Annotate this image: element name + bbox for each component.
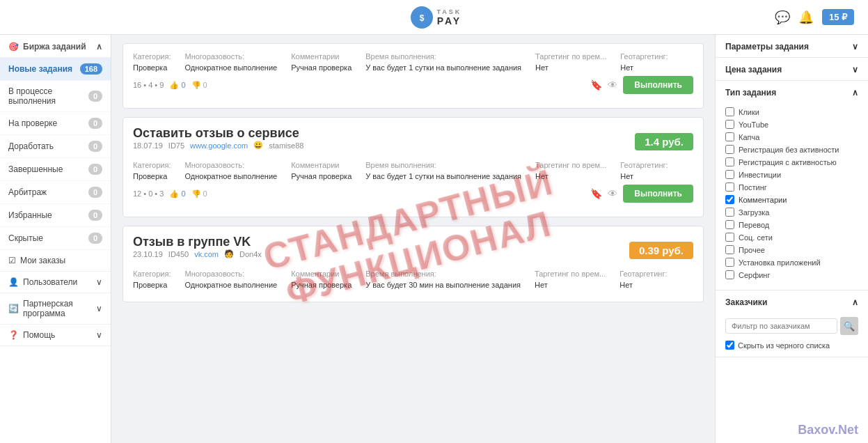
- task-stat-1: 16 • 4 • 9: [133, 81, 164, 89]
- sidebar-item-on-review[interactable]: На проверке 0: [0, 112, 111, 135]
- checkbox-other-input[interactable]: [725, 245, 734, 254]
- sidebar-item-label: Новые задания: [8, 64, 72, 74]
- filter-input-row: 🔍: [725, 317, 858, 335]
- checkbox-invest-label: Инвестиции: [739, 171, 781, 179]
- task-meta-comments-1: Комментарии Ручная проверка: [291, 52, 352, 72]
- logo-task: TASK: [437, 8, 462, 15]
- checkbox-comments-input[interactable]: [725, 195, 734, 204]
- bell-icon[interactable]: 🔔: [798, 10, 814, 25]
- task-meta-multiuse-1: Многоразовость: Однократное выполнение: [184, 52, 277, 72]
- checkbox-invest: Инвестиции: [725, 170, 858, 179]
- content: СТАНДАРТНЫЙ ФУНКЦИОНАЛ Категория: Провер…: [111, 35, 715, 443]
- execute-btn-2[interactable]: Выполнить: [623, 185, 693, 203]
- task-meta-targeting-1: Таргетинг по врем... Нет: [535, 52, 606, 72]
- sidebar-item-in-progress[interactable]: В процессе выполнения 0: [0, 81, 111, 112]
- sidebar-item-hidden[interactable]: Скрытые 0: [0, 227, 111, 250]
- hide-blacklist-row: Скрыть из черного списка: [725, 341, 858, 350]
- task-info-2: 18.07.19 ID75 www.google.com 😀 stamise88: [133, 141, 303, 150]
- task-price-2: 1.4 руб.: [635, 133, 693, 150]
- checkbox-youtube-input[interactable]: [725, 120, 734, 129]
- checkbox-surfing-input[interactable]: [725, 270, 734, 279]
- execute-btn-1[interactable]: Выполнить: [623, 76, 693, 94]
- panel-section-price: Цена задания ∨: [716, 58, 868, 81]
- checkbox-reg-no-input[interactable]: [725, 145, 734, 154]
- task-card-3: Отзыв в группе VK 23.10.19 ID450 vk.com …: [123, 226, 704, 302]
- bookmark-icon-1[interactable]: 🔖: [590, 79, 602, 91]
- task-title-2: Оставить отзыв о сервисе: [133, 126, 303, 141]
- checkbox-captcha-input[interactable]: [725, 132, 734, 141]
- logo: $ TASK PAY: [411, 6, 462, 29]
- params-header[interactable]: Параметры задания ∨: [716, 35, 868, 57]
- task-meta-geo-1: Геотаргетинг: Нет: [620, 52, 668, 72]
- sidebar-item-rework[interactable]: Доработать 0: [0, 135, 111, 158]
- sidebar-item-favorites[interactable]: Избранные 0: [0, 204, 111, 227]
- hide-blacklist-label: Скрыть из черного списка: [738, 341, 830, 350]
- task-title-row-3: Отзыв в группе VK 23.10.19 ID450 vk.com …: [133, 235, 693, 265]
- task-idnum-2: ID75: [168, 141, 184, 150]
- task-actions-2: 12 • 0 • 3 👍 0 👎 0 🔖 👁 Выполнить: [133, 185, 693, 203]
- checkbox-upload: Загрузка: [725, 208, 858, 217]
- chevron-icon: ∧: [96, 42, 102, 52]
- filter-customers-input[interactable]: [725, 318, 837, 334]
- checkbox-captcha-label: Капча: [739, 133, 759, 141]
- task-type-body: Клики YouTube Капча Регистрация без акти…: [716, 103, 868, 290]
- price-header[interactable]: Цена задания ∨: [716, 58, 868, 80]
- like-btn-1[interactable]: 👍 0: [169, 81, 185, 90]
- checkbox-apps: Установка приложений: [725, 258, 858, 267]
- bookmark-icon-2[interactable]: 🔖: [590, 188, 602, 199]
- checkbox-apps-label: Установка приложений: [739, 258, 821, 267]
- checkbox-transfer-label: Перевод: [739, 221, 769, 229]
- task-price-3: 0.39 руб.: [629, 242, 693, 259]
- chevron-up-icon-cust: ∧: [852, 297, 858, 307]
- sidebar-item-new-tasks[interactable]: Новые задания 168: [0, 58, 111, 81]
- sidebar-item-completed[interactable]: Завершенные 0: [0, 158, 111, 181]
- checkbox-transfer-input[interactable]: [725, 220, 734, 229]
- task-meta-comments-2: Комментарии Ручная проверка: [291, 161, 352, 180]
- help-label: Помощь: [23, 330, 55, 340]
- checkbox-apps-input[interactable]: [725, 258, 734, 267]
- dislike-btn-2[interactable]: 👎 0: [191, 189, 207, 199]
- task-meta-targeting-2: Таргетинг по врем... Нет: [535, 161, 606, 180]
- chat-icon[interactable]: 💬: [775, 10, 790, 25]
- eye-icon-1[interactable]: 👁: [608, 79, 617, 91]
- sidebar-item-users[interactable]: 👤 Пользователи ∨: [0, 272, 111, 293]
- sidebar-item-label: Арбитраж: [8, 187, 47, 197]
- customers-header[interactable]: Заказчики ∧: [716, 290, 868, 313]
- task-info-3: 23.10.19 ID450 vk.com 🧑 Don4x: [133, 249, 262, 258]
- checkbox-social-input[interactable]: [725, 233, 734, 242]
- sidebar-section-exchange[interactable]: 🎯 Биржа заданий ∧: [0, 35, 111, 58]
- task-meta-row-2: Категория: Проверка Многоразовость: Одно…: [133, 161, 693, 180]
- checkbox-youtube-label: YouTube: [739, 121, 768, 129]
- checkbox-reg-act-input[interactable]: [725, 157, 734, 166]
- exchange-label: Биржа заданий: [23, 42, 86, 52]
- sidebar-item-my-orders[interactable]: ☑ Мои заказы: [0, 250, 111, 272]
- sidebar-badge-completed: 0: [88, 164, 102, 175]
- task-link-2[interactable]: www.google.com: [190, 141, 248, 150]
- checkbox-upload-input[interactable]: [725, 208, 734, 217]
- sidebar-badge-arbitrage: 0: [88, 187, 102, 198]
- checkbox-invest-input[interactable]: [725, 170, 734, 179]
- task-link-3[interactable]: vk.com: [194, 250, 219, 258]
- dislike-btn-1[interactable]: 👎 0: [191, 81, 207, 90]
- sidebar-item-help[interactable]: ❓ Помощь ∨: [0, 325, 111, 346]
- hide-blacklist-checkbox[interactable]: [725, 341, 734, 350]
- task-type-header[interactable]: Тип задания ∧: [716, 81, 868, 103]
- like-btn-2[interactable]: 👍 0: [169, 189, 185, 199]
- task-meta-row-1: Категория: Проверка Многоразовость: Одно…: [133, 52, 693, 72]
- user-name-3: Don4x: [239, 250, 262, 258]
- task-meta-multiuse-2: Многоразовость: Однократное выполнение: [184, 161, 277, 180]
- sidebar-item-label: Доработать: [8, 141, 54, 151]
- task-type-title: Тип задания: [725, 88, 776, 98]
- filter-search-btn[interactable]: 🔍: [840, 317, 858, 335]
- balance-badge[interactable]: 15 ₽: [822, 9, 854, 25]
- eye-icon-2[interactable]: 👁: [608, 188, 617, 199]
- sidebar-item-partner[interactable]: 🔄 Партнерская программа ∨: [0, 293, 111, 325]
- checkbox-posting-input[interactable]: [725, 182, 734, 192]
- sidebar-item-arbitrage[interactable]: Арбитраж 0: [0, 181, 111, 204]
- task-meta-category-2: Категория: Проверка: [133, 161, 171, 180]
- task-meta-geo-2: Геотаргетинг: Нет: [620, 161, 668, 180]
- checkbox-other: Прочее: [725, 245, 858, 254]
- params-title: Параметры задания: [725, 42, 809, 52]
- exchange-icon: 🎯: [8, 42, 19, 52]
- checkbox-clicks-input[interactable]: [725, 107, 734, 116]
